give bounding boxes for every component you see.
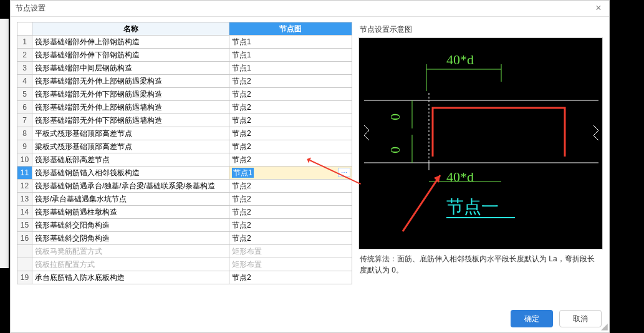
row-name: 筏形基础端部无外伸下部钢筋遇梁构造 (32, 88, 229, 101)
row-index: 12 (17, 180, 32, 193)
row-name: 筏形基础端部外伸上部钢筋构造 (32, 36, 229, 49)
table-row[interactable]: 2筏形基础端部外伸下部钢筋构造节点1 (17, 49, 352, 62)
row-node-value[interactable]: 矩形布置 (229, 245, 352, 258)
table-row[interactable]: 筏板拉筋配置方式矩形布置 (17, 258, 352, 271)
node-label: 节点一 (446, 197, 499, 216)
row-node-value[interactable]: 节点1 (229, 36, 352, 49)
table-row[interactable]: 12筏形基础钢筋遇承台/独基/承台梁/基础联系梁/条基构造节点2 (17, 180, 352, 193)
table-row[interactable]: 5筏形基础端部无外伸下部钢筋遇梁构造节点2 (17, 88, 352, 101)
row-index: 7 (17, 114, 32, 127)
table-row[interactable]: 3筏形基础端部中间层钢筋构造节点1 (17, 62, 352, 75)
row-name: 筏形/承台基础遇集水坑节点 (32, 193, 229, 206)
table-row[interactable]: 筏板马凳筋配置方式矩形布置 (17, 245, 352, 258)
row-node-value[interactable]: 节点2 (229, 206, 352, 219)
row-name: 承台底筋锚入防水底板构造 (32, 271, 229, 284)
row-node-value[interactable]: 节点2 (229, 180, 352, 193)
row-index: 14 (17, 206, 32, 219)
row-node-value[interactable]: 节点2 (229, 271, 352, 284)
dim-label-bottom: 40*d (446, 169, 474, 185)
table-row[interactable]: 13筏形/承台基础遇集水坑节点节点2 (17, 193, 352, 206)
table-row[interactable]: 8平板式筏形基础顶部高差节点节点2 (17, 127, 352, 140)
table-row[interactable]: 9梁板式筏形基础顶部高差节点节点2 (17, 140, 352, 153)
table-row[interactable]: 15筏形基础斜交阳角构造节点2 (17, 219, 352, 232)
row-name: 筏形基础端部无外伸下部钢筋遇墙构造 (32, 114, 229, 127)
col-header-name: 名称 (32, 22, 229, 36)
row-index: 5 (17, 88, 32, 101)
dialog-title: 节点设置 (16, 3, 593, 14)
row-node-value[interactable]: 节点2 (229, 232, 352, 245)
row-node-value[interactable]: 矩形布置 (229, 258, 352, 271)
row-index (17, 245, 32, 258)
dim-zero-1: 0 (387, 113, 403, 120)
row-index: 16 (17, 232, 32, 245)
row-index: 10 (17, 153, 32, 166)
row-name: 筏形基础钢筋锚入相邻筏板构造 (32, 166, 229, 180)
col-header-node: 节点图 (229, 22, 352, 36)
row-index: 1 (17, 36, 32, 49)
row-node-value[interactable]: 节点2 (229, 219, 352, 232)
table-row[interactable]: 10筏形基础底部高差节点节点2 (17, 153, 352, 166)
row-node-value[interactable]: 节点2 (229, 127, 352, 140)
table-row[interactable]: 7筏形基础端部无外伸下部钢筋遇墙构造节点2 (17, 114, 352, 127)
row-index: 3 (17, 62, 32, 75)
row-node-value[interactable]: 节点2 (229, 153, 352, 166)
row-name: 筏形基础斜交阴角构造 (32, 232, 229, 245)
row-name: 筏板马凳筋配置方式 (32, 245, 229, 258)
row-name: 平板式筏形基础顶部高差节点 (32, 127, 229, 140)
explanation-text: 传统算法：面筋、底筋伸入相邻筏板内水平段长度默认为 La，弯折段长度默认为 0。 (358, 249, 603, 276)
row-node-value[interactable]: 节点2 (229, 88, 352, 101)
table-row[interactable]: 19承台底筋锚入防水底板构造节点2 (17, 271, 352, 284)
row-index: 19 (17, 271, 32, 284)
row-node-value[interactable]: 节点1 (229, 49, 352, 62)
row-name: 筏形基础斜交阳角构造 (32, 219, 229, 232)
row-name: 筏形基础钢筋遇承台/独基/承台梁/基础联系梁/条基构造 (32, 180, 229, 193)
cancel-button[interactable]: 取消 (559, 310, 602, 327)
row-index: 15 (17, 219, 32, 232)
table-row[interactable]: 14筏形基础钢筋遇柱墩构造节点2 (17, 206, 352, 219)
row-node-value[interactable]: 节点1⋯ (229, 166, 352, 180)
row-node-value[interactable]: 节点2 (229, 193, 352, 206)
settings-table-panel: 名称 节点图 1筏形基础端部外伸上部钢筋构造节点12筏形基础端部外伸下部钢筋构造… (17, 22, 352, 284)
row-index: 9 (17, 140, 32, 153)
preview-title: 节点设置示意图 (358, 22, 603, 37)
close-icon[interactable]: × (593, 3, 604, 14)
table-row[interactable]: 6筏形基础端部无外伸上部钢筋遇墙构造节点2 (17, 101, 352, 114)
row-index: 4 (17, 75, 32, 88)
preview-diagram: 40*d 0 0 40*d 节点一 (358, 37, 603, 249)
resize-grip-icon[interactable]: ◢ (601, 321, 608, 331)
row-node-value[interactable]: 节点2 (229, 75, 352, 88)
app-sidebar (0, 19, 9, 268)
row-name: 筏形基础端部无外伸上部钢筋遇墙构造 (32, 101, 229, 114)
table-row[interactable]: 1筏形基础端部外伸上部钢筋构造节点1 (17, 36, 352, 49)
row-node-value[interactable]: 节点2 (229, 101, 352, 114)
row-index: 8 (17, 127, 32, 140)
row-node-value[interactable]: 节点2 (229, 114, 352, 127)
node-settings-dialog: 节点设置 × 名称 节点图 1筏形基础端部外伸上部钢筋构造节点12筏形基础端部外… (10, 0, 610, 333)
row-name: 筏形基础端部外伸下部钢筋构造 (32, 49, 229, 62)
table-row[interactable]: 16筏形基础斜交阴角构造节点2 (17, 232, 352, 245)
row-index: 2 (17, 49, 32, 62)
ok-button[interactable]: 确定 (511, 310, 553, 327)
row-name: 筏形基础端部中间层钢筋构造 (32, 62, 229, 75)
dim-label-top: 40*d (446, 52, 474, 67)
col-header-index (17, 22, 32, 36)
row-node-value[interactable]: 节点1 (229, 62, 352, 75)
settings-table[interactable]: 名称 节点图 1筏形基础端部外伸上部钢筋构造节点12筏形基础端部外伸下部钢筋构造… (17, 22, 352, 284)
svg-line-11 (403, 175, 440, 231)
table-row[interactable]: 11筏形基础钢筋锚入相邻筏板构造节点1⋯ (17, 166, 352, 180)
title-bar: 节点设置 × (11, 1, 609, 17)
row-index: 13 (17, 193, 32, 206)
row-index: 11 (17, 166, 32, 180)
row-name: 筏形基础端部无外伸上部钢筋遇梁构造 (32, 75, 229, 88)
row-index (17, 258, 32, 271)
row-node-value[interactable]: 节点2 (229, 140, 352, 153)
table-row[interactable]: 4筏形基础端部无外伸上部钢筋遇梁构造节点2 (17, 75, 352, 88)
row-name: 筏板拉筋配置方式 (32, 258, 229, 271)
row-name: 梁板式筏形基础顶部高差节点 (32, 140, 229, 153)
row-name: 筏形基础钢筋遇柱墩构造 (32, 206, 229, 219)
row-name: 筏形基础底部高差节点 (32, 153, 229, 166)
dim-zero-2: 0 (387, 147, 403, 153)
row-index: 6 (17, 101, 32, 114)
